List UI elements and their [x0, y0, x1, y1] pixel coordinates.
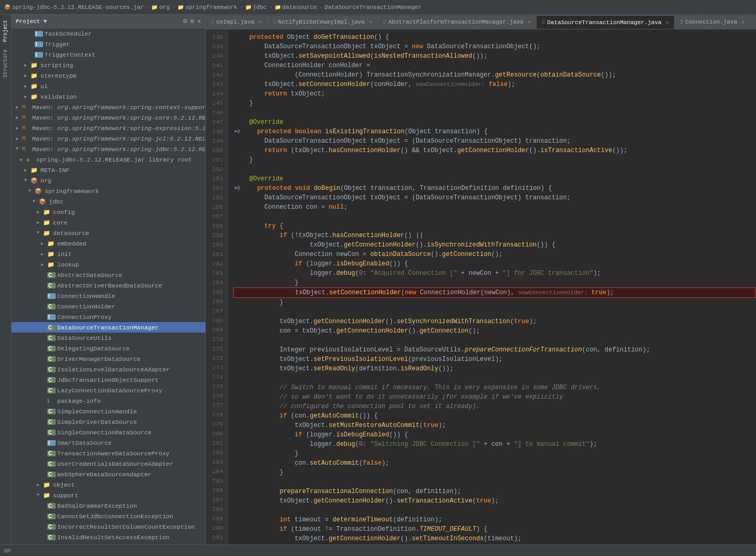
- tree-item[interactable]: CIncorrectResultSetColumnCountException: [12, 521, 205, 532]
- tree-item[interactable]: ▶MMaven: org.springframework:spring-jcl:…: [12, 133, 205, 144]
- tree-item[interactable]: CInvalidResultSetAccessException: [12, 532, 205, 542]
- tree-item[interactable]: CUserCredentialsDataSourceAdapter: [12, 458, 205, 469]
- code-text: Connection newCon = obtainDataSource().g…: [234, 250, 502, 259]
- close-tab-icon[interactable]: ✕: [528, 19, 531, 25]
- tree-item[interactable]: ▶MMaven: org.springframework:spring-expr…: [12, 123, 205, 133]
- tab-celmpl[interactable]: C ceImpl.java ✕: [206, 15, 268, 29]
- tree-item[interactable]: ▶📁stereotype: [12, 70, 205, 81]
- tab-abstract-platform[interactable]: C AbstractPlatformTransactionManager.jav…: [378, 15, 537, 29]
- tree-item[interactable]: ITriggerContext: [12, 49, 205, 60]
- tab-notifybiz[interactable]: C NotifyBizGatewayImpl.java ✕: [268, 15, 378, 29]
- close-tab-icon[interactable]: ✕: [741, 19, 744, 25]
- code-content[interactable]: protected Object doGetTransaction() { Da…: [228, 29, 756, 544]
- tree-item[interactable]: IConnectionProxy: [12, 312, 205, 322]
- line-number: 291: [206, 533, 223, 542]
- tree-item[interactable]: ▶📁scripting: [12, 60, 205, 70]
- tree-arrow: ▶: [24, 73, 30, 79]
- tree-item[interactable]: CDataSourceTransactionManager: [12, 322, 205, 333]
- code-text: DataSourceTransactionObject txObject = n…: [234, 42, 540, 51]
- tree-item[interactable]: ▼📦jdbc: [12, 196, 205, 207]
- tree-item[interactable]: ▶📁config: [12, 207, 205, 217]
- line-number: 256: [206, 202, 223, 212]
- tree-item[interactable]: ITrigger: [12, 39, 205, 49]
- tree-item[interactable]: ▼📁support: [12, 490, 205, 500]
- tree-item[interactable]: CDataSourceUtils: [12, 333, 205, 343]
- code-line: ●@ protected boolean isExistingTransacti…: [234, 127, 756, 136]
- tree-item[interactable]: ▼MMaven: org.springframework:spring-jdbc…: [12, 144, 205, 154]
- tree-item[interactable]: CLazyConnectionDataSourceProxy: [12, 385, 205, 395]
- folder-icon: 📁: [47, 240, 56, 247]
- tree-item[interactable]: ▶◉spring-jdbc-5.2.12.RELEASE.jar library…: [12, 154, 205, 165]
- tree-item[interactable]: ▶📁validation: [12, 91, 205, 102]
- settings-icon[interactable]: ⚙: [191, 17, 194, 25]
- close-panel-icon[interactable]: ✕: [197, 17, 201, 25]
- tree-item-label: Maven: org.springframework:spring-expres…: [32, 125, 205, 132]
- java-class-icon: C: [211, 19, 214, 25]
- class-icon: C: [47, 272, 56, 278]
- tree-item[interactable]: CDelegatingDataSource: [12, 343, 205, 354]
- tree-item[interactable]: CCannotGetJdbcConnectionException: [12, 511, 205, 521]
- tree-item[interactable]: ▼📁datasource: [12, 228, 205, 238]
- tree-item[interactable]: CDriverManagerDataSource: [12, 354, 205, 364]
- tree-item-label: DriverManagerDataSource: [57, 356, 141, 362]
- tree-item[interactable]: ▶MMaven: org.springframework:spring-core…: [12, 112, 205, 123]
- tree-item[interactable]: CAbstractDataSource: [12, 270, 205, 280]
- folder-icon: 📁: [30, 83, 39, 90]
- class-icon: C: [47, 367, 56, 372]
- tree-item[interactable]: ▶📁ui: [12, 81, 205, 91]
- code-line: Connection newCon = obtainDataSource().g…: [234, 250, 756, 259]
- tree-item[interactable]: CIsolationLevelDataSourceAdapter: [12, 364, 205, 375]
- tree-item[interactable]: IConnectionHandle: [12, 291, 205, 301]
- tree-item[interactable]: ▶📁embedded: [12, 238, 205, 249]
- structure-tab[interactable]: Structure: [2, 46, 9, 81]
- code-line: txObject.setMustRestoreAutoCommit(true);: [234, 421, 756, 430]
- code-text: txObject.setReadOnly(definition.isReadOn…: [234, 364, 454, 373]
- breadcrumb-jar[interactable]: 📦 spring-jdbc-5.2.12.RELEASE-sources.jar: [4, 4, 144, 10]
- code-text: txObject.setPreviousIsolationLevel(previ…: [234, 355, 502, 364]
- line-number: 253: [206, 174, 223, 184]
- tab-connection[interactable]: I Connection.java ✕: [675, 15, 750, 29]
- tree-item[interactable]: ▶📁lookup: [12, 259, 205, 270]
- tree-item[interactable]: ▶📁object: [12, 479, 205, 490]
- tree-item[interactable]: CAbstractDriverBasedDataSource: [12, 280, 205, 291]
- tree-item-label: TaskScheduler: [45, 30, 92, 37]
- tree-item[interactable]: ▶📁META-INF: [12, 165, 205, 175]
- breadcrumb-class[interactable]: DataSourceTransactionManager: [324, 4, 422, 10]
- close-tab-icon[interactable]: ✕: [666, 19, 669, 26]
- tab-transaction-def[interactable]: I TransactionDefinition.java ✕: [750, 15, 756, 29]
- line-number: 289: [206, 514, 223, 523]
- tree-item[interactable]: CBadSqlGrammarException: [12, 500, 205, 511]
- editor-tab-bar: C ceImpl.java ✕ C NotifyBizGatewayImpl.j…: [206, 15, 756, 29]
- collapse-all-icon[interactable]: ⊟: [183, 17, 187, 25]
- tree-arrow: ▼: [37, 230, 43, 236]
- tree-item[interactable]: CJdbcTransactionObjectSupport: [12, 375, 205, 385]
- tree-item[interactable]: CWebSphereDataSourceAdapter: [12, 469, 205, 479]
- close-tab-icon[interactable]: ✕: [369, 19, 372, 25]
- tab-datasource-transaction[interactable]: C DataSourceTransactionManager.java ✕: [537, 15, 675, 29]
- line-number: 269: [206, 325, 223, 335]
- tree-item[interactable]: CTransactionAwareDataSourceProxy: [12, 448, 205, 458]
- close-tab-icon[interactable]: ✕: [259, 19, 262, 25]
- tree-item[interactable]: ▶MMaven: org.springframework:spring-cont…: [12, 102, 205, 112]
- tree-item-label: DelegatingDataSource: [57, 345, 130, 352]
- tree-item[interactable]: ℹpackage-info: [12, 395, 205, 406]
- class-icon: C: [47, 430, 56, 435]
- tree-item[interactable]: CSimpleConnectionHandle: [12, 406, 205, 416]
- breadcrumb-datasource[interactable]: 📁 datasource: [275, 4, 317, 10]
- tree-item[interactable]: ▶📁init: [12, 249, 205, 259]
- project-tab[interactable]: Project: [2, 17, 9, 45]
- line-number: 257: [206, 212, 223, 221]
- tree-item[interactable]: CSingleConnectionDataSource: [12, 427, 205, 437]
- tree-item[interactable]: CConnectionHolder: [12, 301, 205, 312]
- breadcrumb-org[interactable]: 📁 org: [151, 4, 170, 10]
- code-line: if (logger.isDebugEnabled()) {: [234, 259, 756, 269]
- line-number: 249: [206, 136, 223, 146]
- tree-item[interactable]: ▶📁core: [12, 217, 205, 228]
- tree-item[interactable]: ISmartDataSource: [12, 437, 205, 448]
- breadcrumb-springframework[interactable]: 📁 springframework: [177, 4, 237, 10]
- tree-item[interactable]: ITaskScheduler: [12, 28, 205, 39]
- tree-item[interactable]: ▼📦springframework: [12, 186, 205, 196]
- tree-item[interactable]: CSimpleDriverDataSource: [12, 416, 205, 427]
- breadcrumb-jdbc[interactable]: 📁 jdbc: [245, 4, 267, 10]
- tree-item[interactable]: ▼📦org: [12, 175, 205, 186]
